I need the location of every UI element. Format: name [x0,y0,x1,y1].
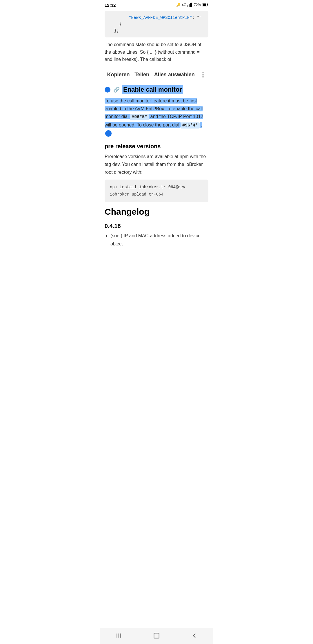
svg-rect-0 [188,5,188,7]
pre-release-body: Prerelease versions are available at npm… [105,153,208,176]
selection-handle-right [105,130,112,137]
code-key-1: "NewX_AVM-DE_WPSClientPIN" [129,15,192,20]
svg-rect-1 [189,4,190,7]
status-bar: 12:32 🔑 4G 72% [100,0,213,9]
signal-icon [188,3,193,8]
enable-call-monitor-section: 🔗 Enable call monitor To use the call mo… [105,85,208,137]
code-line-2: } [109,21,204,27]
changelog-list: (soef) IP and MAC-address added to devic… [110,232,208,247]
more-options-button[interactable]: ⋮ [200,71,206,79]
body-part3: . [200,122,202,128]
status-icons: 🔑 4G 72% [176,3,208,8]
enable-body-text: To use the call monitor feature it must … [105,97,208,137]
npm-line-2: iobroker upload tr-064 [110,191,203,198]
code-dial-close: #96*4* [181,122,200,129]
teilen-button[interactable]: Teilen [134,72,149,78]
npm-code-block: npm install iobroker.tr-064@dev iobroker… [105,180,208,202]
network-type: 4G [182,3,186,7]
context-menu: Kopieren Teilen Alles auswählen ⋮ [100,67,213,83]
code-dial-open: #96*5* [130,114,149,120]
top-code-block: "NewX_AVM-DE_WPSClientPIN": "" } }; [105,11,208,37]
description-text: The command state shoud be set to a JSON… [105,41,208,63]
changelog-item-1: (soef) IP and MAC-address added to devic… [110,232,208,247]
version-heading: 0.4.18 [105,223,208,229]
changelog-heading: Changelog [105,207,208,217]
lock-icon: 🔑 [176,3,181,7]
code-line-1: "NewX_AVM-DE_WPSClientPIN": "" [109,15,204,21]
selection-handle-left [105,87,110,93]
npm-line-1: npm install iobroker.tr-064@dev [110,184,203,191]
kopieren-button[interactable]: Kopieren [107,72,130,78]
pre-release-heading: pre release versions [105,143,208,150]
svg-rect-2 [190,3,191,7]
svg-rect-3 [191,3,192,7]
code-value-1: : "" [192,15,202,20]
enable-call-monitor-heading: Enable call monitor [122,85,183,94]
status-time: 12:32 [105,3,116,8]
section-heading: 🔗 Enable call monitor [105,85,208,94]
link-icon: 🔗 [113,86,120,93]
svg-rect-6 [208,4,208,5]
battery-percent: 72% [194,3,201,7]
battery-icon [202,3,208,7]
alles-auswaehlen-button[interactable]: Alles auswählen [154,72,195,78]
changelog-divider [105,219,208,219]
code-line-3: }; [109,28,204,34]
svg-rect-5 [203,3,206,6]
